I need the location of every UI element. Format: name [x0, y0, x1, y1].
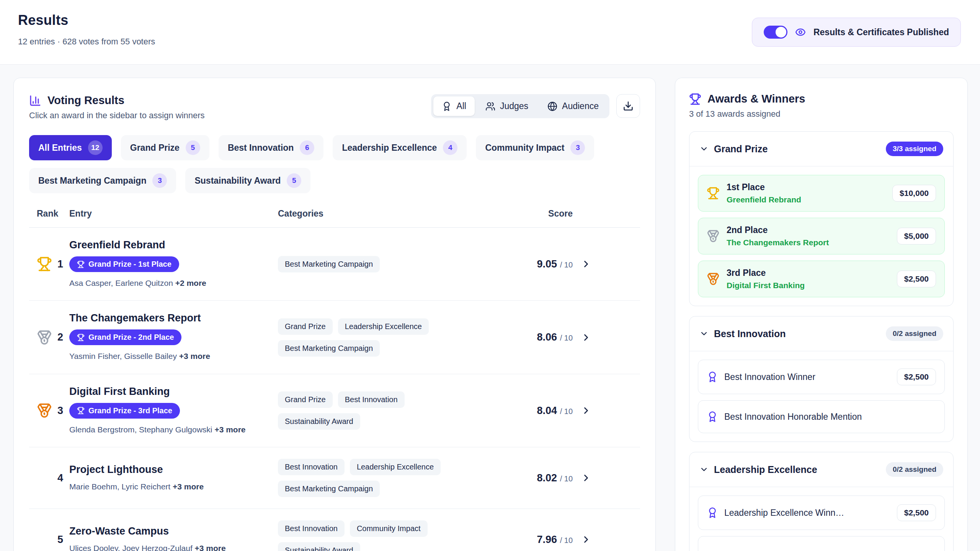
award-item[interactable]: Best Innovation Winner$2,500 [698, 360, 945, 394]
medal-icon [37, 403, 52, 418]
row-chevron[interactable] [573, 534, 599, 545]
filter-count-badge: 6 [300, 140, 314, 155]
trophy-icon [77, 407, 85, 414]
table-row[interactable]: 5 Zero-Waste Campus Ulices Dooley, Joey … [29, 509, 640, 551]
entry-authors: Glenda Bergstrom, Stephany Gulgowski +3 … [69, 424, 268, 435]
category-chip: Community Impact [350, 520, 428, 537]
more-authors: +3 more [214, 425, 245, 434]
view-tab-audience[interactable]: Audience [539, 96, 607, 116]
trophy-icon [77, 334, 85, 341]
chevron-right-icon [581, 259, 591, 269]
section-header[interactable]: Grand Prize 3/3 assigned [689, 132, 953, 166]
rank-number: 2 [57, 331, 63, 343]
winner-entry: The Changemakers Report [727, 238, 890, 247]
filter-pill-best-marketing-campaign[interactable]: Best Marketing Campaign3 [29, 168, 176, 193]
filter-label: Best Marketing Campaign [38, 176, 146, 186]
filter-pill-all-entries[interactable]: All Entries12 [29, 135, 112, 160]
download-button[interactable] [616, 94, 640, 118]
winner-row[interactable]: 3rd Place Digital First Banking $2,500 [698, 261, 945, 297]
row-chevron[interactable] [573, 405, 599, 416]
toggle-knob [776, 27, 786, 37]
rank-number: 4 [57, 472, 63, 484]
entry-authors: Marie Boehm, Lyric Reichert +3 more [69, 481, 268, 492]
medal-icon [707, 230, 720, 243]
section-header[interactable]: Best Innovation 0/2 assigned [689, 316, 953, 351]
table-row[interactable]: 2 The Changemakers Report Grand Prize - … [29, 301, 640, 374]
filter-count-badge: 3 [570, 140, 585, 155]
prize-amount: $2,500 [897, 368, 936, 385]
table-row[interactable]: 4 Project Lighthouse Marie Boehm, Lyric … [29, 447, 640, 509]
medal-icon [707, 272, 720, 285]
table-row[interactable]: 1 Greenfield Rebrand Grand Prize - 1st P… [29, 228, 640, 301]
filter-pill-community-impact[interactable]: Community Impact3 [476, 135, 594, 160]
voting-results-panel: Voting Results Click an award in the sid… [13, 78, 656, 551]
table-row[interactable]: 3 Digital First Banking Grand Prize - 3r… [29, 374, 640, 447]
chevron-down-icon [699, 465, 709, 474]
award-item[interactable]: Leadership Excellence Winn…$2,500 [698, 496, 945, 530]
awards-winners-panel: Awards & Winners 3 of 13 awards assigned… [675, 78, 968, 551]
filter-pill-sustainability-award[interactable]: Sustainability Award5 [185, 168, 310, 193]
award-label: Best Innovation Winner [724, 372, 891, 382]
more-authors: +3 more [173, 482, 204, 491]
entry-authors: Yasmin Fisher, Gisselle Bailey +3 more [69, 350, 268, 362]
entry-categories: Best Marketing Campaign [278, 256, 485, 272]
row-chevron[interactable] [573, 473, 599, 483]
prize-amount: $2,500 [897, 504, 936, 521]
category-chip: Best Marketing Campaign [278, 481, 380, 497]
top-header: Results 12 entries · 628 votes from 55 v… [0, 0, 980, 65]
awards-title: Awards & Winners [707, 93, 805, 105]
col-rank: Rank [29, 209, 69, 219]
chevron-right-icon [581, 332, 591, 343]
published-chip: Results & Certificates Published [752, 18, 961, 47]
winner-row[interactable]: 2nd Place The Changemakers Report $5,000 [698, 218, 945, 254]
trophy-icon [689, 93, 701, 105]
assigned-badge: 0/2 assigned [886, 462, 943, 477]
filter-pill-leadership-excellence[interactable]: Leadership Excellence4 [333, 135, 467, 160]
winner-place: 2nd Place [727, 225, 890, 235]
row-chevron[interactable] [573, 332, 599, 343]
row-chevron[interactable] [573, 259, 599, 269]
filter-pill-best-innovation[interactable]: Best Innovation6 [219, 135, 324, 160]
filter-pill-grand-prize[interactable]: Grand Prize5 [121, 135, 209, 160]
published-toggle[interactable] [764, 26, 787, 39]
entry-title: Zero-Waste Campus [69, 525, 278, 537]
download-icon [623, 101, 634, 111]
award-item[interactable] [698, 536, 945, 551]
entry-title: Project Lighthouse [69, 464, 278, 476]
eye-icon [795, 27, 806, 37]
prize-amount: $5,000 [897, 228, 936, 245]
award-icon [707, 411, 718, 422]
filter-label: Sustainability Award [194, 176, 281, 186]
entry-score: 8.06 / 10 [537, 331, 573, 343]
trophy-icon [37, 256, 52, 272]
voting-results-title: Voting Results [47, 94, 124, 107]
entry-categories: Grand PrizeBest InnovationSustainability… [278, 391, 485, 430]
award-badge: Grand Prize - 2nd Place [69, 329, 181, 345]
winner-row[interactable]: 1st Place Greenfield Rebrand $10,000 [698, 175, 945, 212]
view-tab-label: Audience [562, 101, 599, 111]
rank-number: 5 [57, 534, 63, 546]
col-score: Score [485, 209, 573, 219]
award-section-leadership-excellence: Leadership Excellence 0/2 assigned Leade… [689, 452, 954, 551]
award-badge: Grand Prize - 3rd Place [69, 403, 180, 419]
award-label: Leadership Excellence Winn… [724, 508, 891, 518]
trophy-icon [77, 261, 85, 268]
entry-title: The Changemakers Report [69, 312, 278, 324]
chevron-down-icon [699, 144, 709, 153]
view-tab-judges[interactable]: Judges [477, 96, 537, 116]
category-chip: Best Marketing Campaign [278, 340, 380, 357]
trophy-icon [707, 187, 720, 200]
award-item[interactable]: Best Innovation Honorable Mention [698, 400, 945, 433]
category-chip: Leadership Excellence [338, 318, 429, 335]
award-icon [707, 507, 718, 518]
globe-icon [547, 101, 557, 111]
chevron-right-icon [581, 473, 591, 483]
view-tab-all[interactable]: All [433, 96, 475, 116]
results-table: Rank Entry Categories Score 1 Greenfield… [29, 209, 640, 551]
award-section-best-innovation: Best Innovation 0/2 assigned Best Innova… [689, 316, 954, 442]
category-chip: Leadership Excellence [350, 459, 441, 475]
entry-title: Digital First Banking [69, 386, 278, 398]
entry-categories: Best InnovationCommunity ImpactSustainab… [278, 520, 485, 551]
filter-label: Grand Prize [130, 143, 180, 153]
section-header[interactable]: Leadership Excellence 0/2 assigned [689, 452, 953, 487]
